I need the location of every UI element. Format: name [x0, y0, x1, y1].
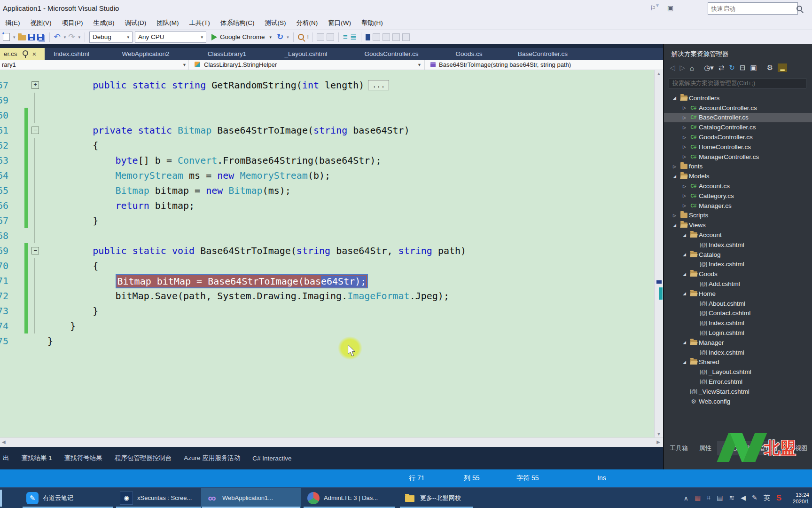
tree-item[interactable]: [@]About.cshtml — [664, 299, 812, 309]
collapse-fold-icon[interactable]: − — [31, 247, 39, 254]
undo-dropdown-icon[interactable]: ▾ — [64, 35, 66, 40]
menu-item[interactable]: 辑(E) — [0, 17, 25, 29]
refresh-icon[interactable]: ↻ — [277, 33, 283, 41]
expand-fold-icon[interactable]: + — [31, 81, 39, 89]
collapsed-arrow-icon[interactable]: ▷ — [680, 144, 688, 149]
quick-launch-input[interactable] — [708, 5, 796, 12]
expanded-arrow-icon[interactable]: ◢ — [680, 340, 688, 345]
tree-item[interactable]: ▷fonts — [664, 162, 812, 172]
tree-item[interactable]: [@]_Layout.cshtml — [664, 367, 812, 377]
code-line[interactable]: 61− private static Bitmap Base64StrToIma… — [0, 123, 654, 138]
code-line[interactable]: 70 { — [0, 258, 654, 273]
code-text[interactable]: return bitmap; — [47, 198, 195, 213]
platform-select[interactable]: Any CPU▾ — [135, 32, 206, 43]
tree-item[interactable]: ▷C#HomeController.cs — [664, 142, 812, 152]
tree-item[interactable]: [@]Error.cshtml — [664, 377, 812, 387]
expanded-arrow-icon[interactable]: ◢ — [680, 360, 688, 365]
expanded-arrow-icon[interactable]: ◢ — [680, 291, 688, 296]
scroll-up-icon[interactable]: ▲ — [656, 71, 661, 76]
code-text[interactable]: MemoryStream ms = new MemoryStream(b); — [47, 168, 330, 183]
code-line[interactable]: 71 Bitmap bitMap = Base64StrToImage(base… — [0, 273, 654, 288]
start-button-edge[interactable] — [0, 490, 2, 507]
collapsed-arrow-icon[interactable]: ▷ — [680, 184, 688, 189]
code-text[interactable]: Bitmap bitMap = Base64StrToImage(base64S… — [47, 273, 368, 288]
code-line[interactable]: 64 MemoryStream ms = new MemoryStream(b)… — [0, 168, 654, 183]
tree-item[interactable]: ▷C#Manager.cs — [664, 201, 812, 211]
redo-dropdown-icon[interactable]: ▾ — [78, 35, 81, 40]
code-text[interactable]: Bitmap bitmap = new Bitmap(ms); — [47, 183, 291, 198]
language-indicator[interactable]: 英 — [764, 494, 770, 502]
tab-document[interactable]: WebApplication2 — [122, 48, 169, 60]
scroll-left-icon[interactable]: ◀ — [2, 439, 6, 444]
save-all-icon[interactable] — [37, 34, 44, 40]
ime-icon[interactable]: S — [776, 493, 781, 503]
code-text[interactable]: } — [47, 303, 98, 318]
navigate-back-icon[interactable] — [317, 33, 324, 41]
code-text[interactable]: public static string GetRandomString(int… — [47, 78, 389, 93]
tab-document[interactable]: _Layout.cshtml — [285, 48, 328, 60]
expanded-arrow-icon[interactable]: ◢ — [680, 252, 688, 257]
tree-item[interactable]: ◢Controllers — [664, 93, 812, 103]
explorer-search-input[interactable] — [669, 79, 806, 88]
menu-item[interactable]: 调试(D) — [120, 17, 152, 29]
start-debug-button[interactable]: Google Chrome ▾ — [209, 31, 274, 43]
save-icon[interactable] — [28, 34, 35, 40]
decrease-indent-icon[interactable]: ≡ — [343, 33, 348, 41]
tree-item[interactable]: ▷C#CatalogController.cs — [664, 122, 812, 132]
expanded-arrow-icon[interactable]: ◢ — [671, 95, 679, 100]
collapsed-arrow-icon[interactable]: ▷ — [680, 203, 688, 208]
code-text[interactable]: public static void Base64StrToImage(stri… — [47, 243, 466, 258]
tab-document[interactable]: ClassLibrary1 — [208, 48, 247, 60]
screen-icon[interactable]: ▣ — [667, 4, 673, 12]
collapsed-arrow-icon[interactable]: ▷ — [680, 193, 688, 198]
code-text[interactable]: bitMap.Save(path, System.Drawing.Imaging… — [47, 288, 449, 303]
selected-statement[interactable]: Bitmap bitMap = Base64StrToImage(base64S… — [116, 274, 368, 288]
collapsed-region-box[interactable]: ... — [368, 80, 389, 90]
code-line[interactable]: 57+ public static string GetRandomString… — [0, 78, 654, 93]
sync-with-active-icon[interactable]: ⇄ — [718, 64, 725, 72]
tree-item[interactable]: ▷C#AccountController.cs — [664, 103, 812, 113]
menu-item[interactable]: 工具(T) — [184, 17, 215, 29]
code-line[interactable]: 65 Bitmap bitmap = new Bitmap(ms); — [0, 183, 654, 198]
taskbar-app[interactable]: ✎有道云笔记 — [22, 488, 114, 508]
code-text[interactable]: byte[] b = Convert.FromBase64String(base… — [47, 153, 381, 168]
properties-icon[interactable]: ▣ — [750, 64, 757, 72]
refresh-icon[interactable]: ↻ — [729, 64, 735, 72]
collapsed-arrow-icon[interactable]: ▷ — [671, 213, 679, 218]
tree-item[interactable]: ◢Home — [664, 289, 812, 299]
tray-expand-icon[interactable]: ∧ — [684, 494, 688, 502]
tree-item[interactable]: ▷C#ManagerController.cs — [664, 152, 812, 162]
tree-item[interactable]: ◢Models — [664, 171, 812, 181]
code-line[interactable]: 66 return bitmap; — [0, 198, 654, 213]
taskbar-clock[interactable]: 13:24 2020/1 — [788, 492, 809, 505]
new-item-icon[interactable] — [3, 33, 10, 41]
menu-item[interactable]: 分析(N) — [291, 17, 323, 29]
expanded-arrow-icon[interactable]: ◢ — [680, 233, 688, 238]
menu-item[interactable]: 帮助(H) — [356, 17, 388, 29]
navigate-forward-icon[interactable] — [327, 33, 334, 41]
tab-document[interactable]: GoodsController.cs — [365, 48, 419, 60]
battery-icon[interactable]: ▤ — [717, 494, 723, 502]
menu-item[interactable]: 窗口(W) — [323, 17, 356, 29]
tree-item[interactable]: ◢Manager — [664, 338, 812, 348]
undo-icon[interactable]: ↶ — [54, 33, 61, 41]
taskbar-app[interactable]: ∞WebApplication1... — [201, 488, 301, 508]
code-editor[interactable]: 57+ public static string GetRandomString… — [0, 70, 654, 437]
solution-config-select[interactable]: Debug▾ — [89, 32, 133, 43]
menu-item[interactable]: 项目(P) — [57, 17, 88, 29]
wifi-icon[interactable]: ≋ — [729, 494, 734, 502]
uncomment-icon[interactable] — [402, 33, 410, 41]
tree-item[interactable]: [@]Index.cshtml — [664, 318, 812, 328]
redo-icon[interactable]: ↷ — [68, 33, 75, 41]
tab-list-dropdown-icon[interactable]: ▼ — [655, 3, 660, 8]
menu-item[interactable]: 生成(B) — [88, 17, 120, 29]
code-line[interactable]: 62 { — [0, 138, 654, 153]
new-item-dropdown-icon[interactable]: ▾ — [13, 35, 16, 40]
collapsed-arrow-icon[interactable]: ▷ — [680, 105, 688, 110]
tree-item[interactable]: [@]Index.cshtml — [664, 240, 812, 250]
tool-window-tab[interactable]: 类视图 — [783, 441, 812, 455]
toolbar-overflow-icon[interactable]: ⁞⁞ — [307, 35, 308, 40]
expanded-arrow-icon[interactable]: ◢ — [680, 272, 688, 277]
tree-item[interactable]: [@]Index.cshtml — [664, 260, 812, 270]
tree-item[interactable]: ◢Catalog — [664, 250, 812, 260]
